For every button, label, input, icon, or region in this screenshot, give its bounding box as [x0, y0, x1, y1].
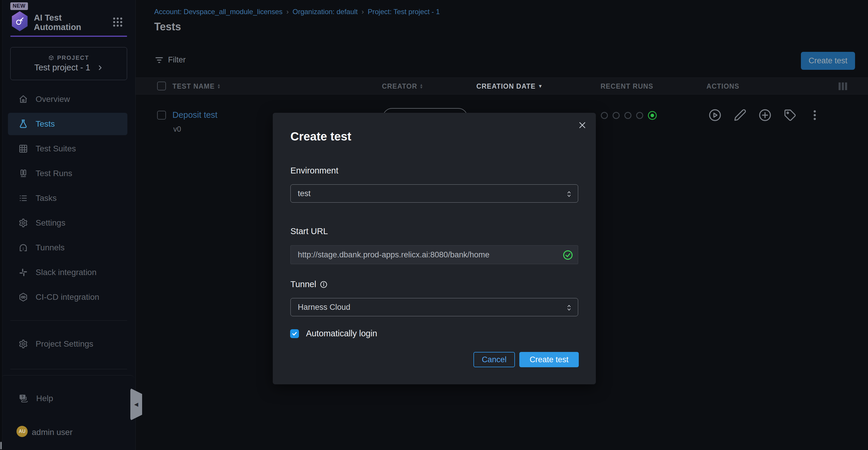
modal-title: Create test	[290, 130, 351, 143]
column-test-name[interactable]: TEST NAME ▲▼	[173, 78, 221, 95]
tunnel-select[interactable]: Harness Cloud	[290, 298, 578, 316]
sidebar-bottom-panel	[1, 375, 134, 450]
auto-login-label: Automatically login	[306, 329, 377, 338]
slack-icon	[19, 268, 28, 277]
tunnel-value: Harness Cloud	[298, 303, 350, 312]
column-settings-icon[interactable]	[839, 82, 847, 90]
sidebar-item-label: Project Settings	[36, 339, 93, 349]
run-status-dot[interactable]	[601, 112, 608, 119]
column-creator[interactable]: CREATOR ▲▼	[382, 78, 424, 95]
info-icon[interactable]	[320, 281, 328, 288]
page-title: Tests	[154, 21, 181, 33]
column-creation-date[interactable]: CREATION DATE ▼	[476, 78, 543, 95]
avatar[interactable]: AU	[17, 426, 28, 437]
filter-label: Filter	[168, 55, 186, 64]
select-chevrons-icon	[566, 304, 572, 312]
cube-icon	[48, 55, 54, 61]
start-url-value: http://stage.dbank.prod-apps.relicx.ai:8…	[298, 250, 489, 259]
recent-runs-indicator	[601, 111, 657, 120]
url-valid-check-icon	[563, 250, 573, 260]
add-icon[interactable]	[758, 108, 772, 122]
sidebar-item-project-settings[interactable]: Project Settings	[8, 333, 127, 355]
scrollbar-thumb[interactable]	[0, 442, 2, 449]
grid-icon	[19, 144, 28, 153]
column-label: ACTIONS	[707, 82, 739, 90]
breadcrumb-project-link[interactable]: Project: Test project - 1	[368, 8, 440, 16]
chevron-right-icon	[97, 64, 103, 72]
run-status-dot[interactable]	[624, 112, 631, 119]
sidebar-item-help[interactable]: ? Help	[8, 387, 127, 410]
close-icon[interactable]	[577, 119, 588, 131]
columns-icon	[19, 169, 28, 178]
start-url-input[interactable]: http://stage.dbank.prod-apps.relicx.ai:8…	[290, 245, 578, 264]
sidebar-item-tests[interactable]: Tests	[8, 113, 127, 135]
select-all-checkbox[interactable]	[157, 82, 166, 90]
sidebar-item-label: Tunnels	[36, 243, 65, 252]
test-version: v0	[173, 125, 181, 133]
sidebar-item-tunnels[interactable]: Tunnels	[8, 236, 127, 259]
filter-button[interactable]: Filter	[155, 55, 186, 64]
run-status-dot[interactable]	[613, 112, 620, 119]
auto-login-row: Automatically login	[290, 329, 377, 338]
sidebar-item-tasks[interactable]: Tasks	[8, 187, 127, 209]
new-badge: NEW	[10, 2, 28, 10]
column-label: CREATOR	[382, 82, 417, 90]
svg-text:?: ?	[22, 395, 24, 399]
flask-icon	[19, 119, 28, 129]
tunnel-icon	[19, 243, 28, 252]
environment-label: Environment	[290, 166, 338, 175]
sidebar-item-label: Slack integration	[36, 268, 96, 277]
start-url-label: Start URL	[290, 226, 328, 236]
sort-icon: ▲▼	[217, 84, 221, 89]
app-logo[interactable]	[10, 11, 29, 31]
run-status-dot-passed[interactable]	[648, 111, 657, 120]
column-recent-runs: RECENT RUNS	[600, 78, 653, 95]
breadcrumb-account-link[interactable]: Account: Devspace_all_module_licenses	[154, 8, 282, 16]
sidebar-item-overview[interactable]: Overview	[8, 88, 127, 110]
gear-icon	[19, 339, 28, 349]
cicd-hexagon-link-icon	[19, 292, 28, 302]
sidebar-item-label: Tasks	[36, 194, 57, 203]
left-edge-scrollbar[interactable]	[0, 0, 2, 450]
sidebar-divider	[10, 320, 127, 321]
sort-desc-icon: ▼	[538, 84, 543, 89]
tag-icon[interactable]	[783, 109, 797, 122]
sidebar-item-test-runs[interactable]: Test Runs	[8, 162, 127, 185]
sidebar-item-label: Settings	[36, 218, 65, 228]
list-icon	[19, 194, 28, 203]
breadcrumb-org-link[interactable]: Organization: default	[292, 8, 358, 16]
tunnel-label: Tunnel	[290, 280, 316, 289]
sidebar-item-settings[interactable]: Settings	[8, 212, 127, 234]
sidebar-item-label: Test Runs	[36, 169, 72, 178]
cancel-button[interactable]: Cancel	[473, 352, 515, 367]
more-options-icon[interactable]	[808, 109, 821, 122]
column-actions: ACTIONS	[707, 78, 739, 95]
row-actions	[708, 108, 821, 122]
project-selector[interactable]: PROJECT Test project - 1	[10, 47, 127, 80]
filter-icon	[155, 56, 163, 64]
run-test-icon[interactable]	[708, 108, 722, 122]
run-status-dot[interactable]	[636, 112, 643, 119]
environment-select[interactable]: test	[290, 185, 578, 203]
sidebar-item-cicd-integration[interactable]: CI-CD integration	[8, 286, 127, 308]
sidebar-item-label: CI-CD integration	[36, 292, 99, 302]
user-name[interactable]: admin user	[32, 428, 73, 437]
modal-create-test-button[interactable]: Create test	[519, 352, 579, 367]
chevron-left-icon: ◀	[134, 401, 138, 407]
edit-icon[interactable]	[734, 109, 746, 122]
avatar-initials: AU	[19, 429, 25, 434]
row-checkbox[interactable]	[157, 111, 166, 119]
environment-value: test	[298, 189, 311, 198]
app-switcher-icon[interactable]	[113, 17, 123, 27]
sidebar-item-label: Help	[36, 394, 53, 403]
column-label: RECENT RUNS	[600, 82, 653, 90]
sidebar-item-label: Tests	[36, 119, 55, 129]
sidebar-item-test-suites[interactable]: Test Suites	[8, 138, 127, 160]
sidebar-item-slack-integration[interactable]: Slack integration	[8, 261, 127, 284]
create-test-button[interactable]: Create test	[801, 52, 855, 70]
module-accent-line	[10, 36, 127, 37]
auto-login-checkbox[interactable]	[290, 329, 299, 338]
project-card-label: PROJECT	[57, 55, 89, 61]
help-chat-icon: ?	[19, 393, 29, 403]
test-name-link[interactable]: Deposit test	[173, 110, 217, 120]
